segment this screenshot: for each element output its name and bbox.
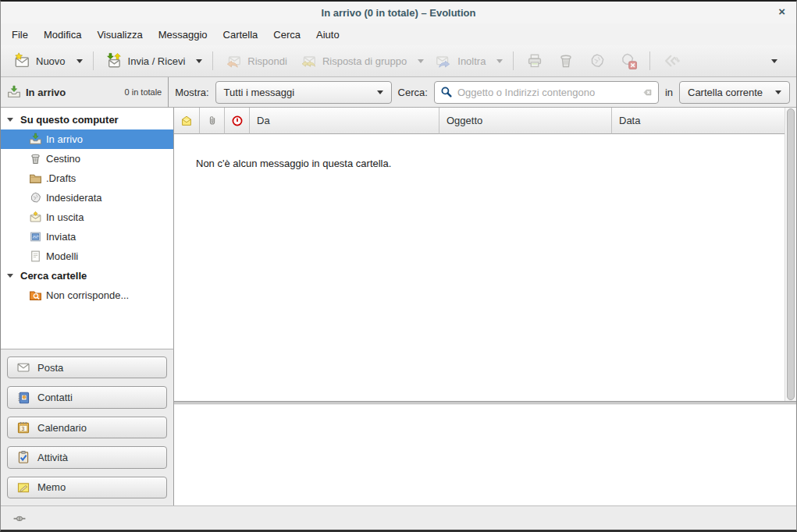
column-oggetto[interactable]: Oggetto	[439, 108, 612, 134]
column-da[interactable]: Da	[250, 108, 439, 134]
scrollbar-thumb[interactable]	[787, 108, 795, 400]
switcher-tasks-button[interactable]: Attività	[7, 446, 167, 468]
switcher-calendar-button[interactable]: Calendario	[7, 417, 167, 438]
toolbar-separator	[93, 51, 94, 70]
search-input[interactable]	[457, 87, 636, 98]
status-bar	[1, 505, 796, 530]
reply-button-label: Rispondi	[247, 55, 287, 67]
reply-button[interactable]: Rispondi	[219, 48, 294, 73]
folder-item-label: Inviata	[46, 231, 76, 243]
send-receive-icon	[105, 52, 123, 69]
send-receive-button[interactable]: Invia / Ricevi	[99, 48, 192, 73]
close-button[interactable]: ×	[778, 5, 785, 19]
switcher-contacts-button[interactable]: Contatti	[7, 386, 167, 408]
switcher-mail-label: Posta	[37, 362, 63, 374]
online-status-icon[interactable]	[12, 512, 27, 525]
menu-item-file[interactable]: File	[4, 26, 36, 44]
chevron-down-icon	[377, 90, 383, 94]
send-receive-label: Invia / Ricevi	[128, 55, 186, 67]
message-area: Da Oggetto Data Non c'è alcun messaggio …	[174, 108, 796, 505]
preview-pane[interactable]	[174, 405, 796, 505]
new-button-label: Nuovo	[36, 55, 66, 67]
switcher-memos-label: Memo	[37, 481, 66, 493]
search-label: Cerca:	[398, 87, 428, 98]
previous-message-button[interactable]	[656, 48, 687, 73]
folder-item-inbox[interactable]: In arrivo	[1, 129, 173, 149]
print-button[interactable]	[519, 48, 550, 73]
group-reply-button[interactable]: Risposta di gruppo	[294, 48, 413, 73]
chevron-down-icon	[775, 90, 781, 94]
show-filter-dropdown[interactable]: Tutti i messaggi	[215, 81, 392, 104]
delete-button[interactable]	[550, 48, 582, 73]
switcher-mail-button[interactable]: Posta	[7, 356, 167, 378]
forward-button[interactable]: Inoltra	[429, 48, 492, 73]
search-scope-dropdown[interactable]: Cartella corrente	[679, 81, 790, 104]
group-reply-icon	[300, 52, 317, 69]
filter-bar: In arrivo 0 in totale Mostra: Tutti i me…	[1, 77, 796, 108]
message-list-scrollbar[interactable]	[785, 108, 796, 401]
folder-item-label: Modelli	[46, 250, 78, 262]
column-priority[interactable]	[225, 108, 250, 134]
column-read-status[interactable]	[174, 108, 200, 134]
column-data[interactable]: Data	[612, 108, 785, 134]
contacts-icon	[16, 391, 30, 405]
message-list[interactable]: Non c'è alcun messaggio in questa cartel…	[174, 134, 796, 401]
toolbar: Nuovo Invia / Ricevi Rispondi Risposta d…	[1, 45, 796, 77]
memo-icon	[16, 481, 30, 495]
outbox-icon	[29, 211, 42, 224]
menu-item-messaggio[interactable]: Messaggio	[151, 26, 215, 44]
show-label: Mostra:	[175, 87, 208, 98]
empty-folder-message: Non c'è alcun messaggio in questa cartel…	[196, 158, 391, 169]
message-list-header: Da Oggetto Data	[174, 108, 785, 134]
folder-item-drafts[interactable]: .Drafts	[1, 168, 173, 188]
folder-item-trash[interactable]: Cestino	[1, 149, 173, 168]
toolbar-overflow-button[interactable]	[767, 55, 782, 67]
tasks-icon	[16, 450, 30, 464]
menu-item-modifica[interactable]: Modifica	[36, 26, 89, 44]
new-dropdown-button[interactable]	[72, 55, 87, 67]
menu-item-cartella[interactable]: Cartella	[215, 26, 266, 44]
delete-icon	[557, 52, 575, 69]
folder-group-label: Cerca cartelle	[20, 270, 87, 282]
folder-tree: Su questo computer In arrivo Cestino .Dr…	[1, 108, 174, 349]
priority-icon	[231, 115, 244, 127]
send-receive-dropdown-button[interactable]	[191, 55, 207, 67]
expander-icon[interactable]	[7, 274, 13, 278]
toolbar-separator	[513, 51, 514, 70]
inbox-icon	[7, 85, 21, 99]
junk-button[interactable]	[582, 48, 613, 73]
reply-icon	[225, 52, 242, 69]
switcher-memos-button[interactable]: Memo	[7, 477, 167, 498]
column-attachment[interactable]	[200, 108, 225, 134]
expander-icon[interactable]	[7, 118, 13, 122]
new-button[interactable]: Nuovo	[7, 48, 72, 73]
folder-item-junk[interactable]: Indesiderata	[1, 188, 173, 207]
menubar: File Modifica Visualizza Messaggio Carte…	[1, 23, 796, 45]
folder-group-search[interactable]: Cerca cartelle	[1, 266, 173, 286]
folder-item-outbox[interactable]: In uscita	[1, 207, 173, 227]
sent-icon	[29, 230, 42, 243]
menu-item-cerca[interactable]: Cerca	[265, 26, 308, 44]
folder-group-local[interactable]: Su questo computer	[1, 110, 173, 129]
not-junk-icon	[620, 52, 637, 69]
search-icon[interactable]	[440, 86, 453, 98]
group-reply-dropdown-button[interactable]	[413, 55, 429, 67]
folder-item-unmatched[interactable]: Non corrisponde...	[1, 286, 173, 305]
new-mail-icon	[13, 52, 30, 69]
folder-item-label: In uscita	[46, 211, 84, 223]
attachment-icon	[206, 115, 219, 127]
menu-item-aiuto[interactable]: Aiuto	[308, 26, 347, 44]
menu-item-visualizza[interactable]: Visualizza	[89, 26, 150, 44]
toolbar-separator	[212, 51, 213, 70]
window-title: In arrivo (0 in totale) – Evolution	[322, 7, 476, 19]
column-oggetto-label: Oggetto	[447, 115, 482, 126]
folder-icon	[29, 172, 42, 185]
mail-icon	[16, 360, 30, 374]
search-box	[434, 81, 659, 104]
folder-item-templates[interactable]: Modelli	[1, 246, 173, 266]
not-junk-button[interactable]	[613, 48, 644, 73]
clear-icon[interactable]	[641, 87, 653, 98]
view-switcher: Posta Contatti Calendario Attività Memo	[1, 349, 174, 505]
forward-dropdown-button[interactable]	[492, 55, 507, 67]
folder-item-sent[interactable]: Inviata	[1, 227, 173, 246]
